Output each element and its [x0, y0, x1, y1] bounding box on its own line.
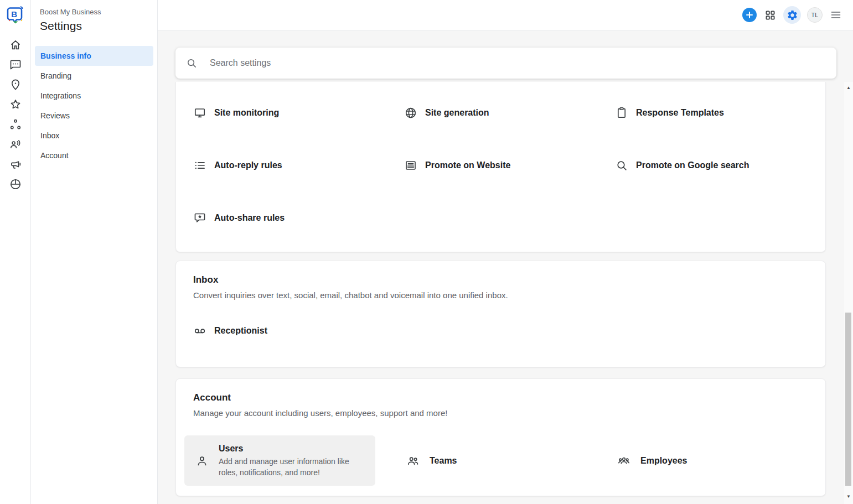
app-logo[interactable]: B — [6, 5, 25, 26]
sidebar-item-branding[interactable]: Branding — [35, 66, 153, 86]
rail-chat-button[interactable] — [9, 58, 22, 71]
item-auto-share-rules[interactable]: Auto-share rules — [184, 191, 395, 244]
tile-title: Employees — [640, 456, 687, 466]
account-card: Account Manage your account including us… — [175, 378, 826, 496]
settings-sidebar: Boost My Business Settings Business info… — [31, 0, 158, 504]
menu-button[interactable] — [829, 8, 843, 22]
search-icon — [615, 159, 628, 172]
item-label: Receptionist — [214, 326, 267, 336]
item-site-monitoring[interactable]: Site monitoring — [184, 86, 395, 139]
workspaces-icon — [9, 118, 22, 131]
tile-title: Teams — [430, 456, 457, 466]
clipboard-icon — [615, 106, 628, 119]
scroll-down-arrow[interactable]: ▼ — [844, 492, 853, 501]
star-icon — [9, 98, 22, 111]
hamburger-icon — [829, 8, 842, 22]
globe-icon — [404, 106, 417, 119]
sidebar-item-inbox[interactable]: Inbox — [35, 126, 153, 146]
settings-nav: Business info Branding Integrations Revi… — [35, 46, 153, 165]
item-label: Auto-reply rules — [214, 160, 282, 170]
main-panel: TL Site monitoring Site g — [158, 0, 853, 504]
page-title: Settings — [40, 19, 153, 33]
search-input[interactable] — [210, 58, 826, 68]
settings-button[interactable] — [783, 6, 801, 24]
bulleted-list-icon — [193, 159, 206, 172]
home-icon — [9, 38, 22, 51]
megaphone-icon — [9, 158, 22, 171]
item-promote-on-website[interactable]: Promote on Website — [395, 139, 606, 191]
item-label: Promote on Website — [425, 160, 510, 170]
inbox-card: Inbox Convert inquiries over text, socia… — [175, 261, 826, 367]
tile-description: Add and manage user information like rol… — [219, 456, 361, 478]
apps-grid-button[interactable] — [763, 8, 777, 22]
rail-workspaces-button[interactable] — [9, 118, 22, 131]
sidebar-item-integrations[interactable]: Integrations — [35, 86, 153, 106]
rail-campaign-button[interactable] — [9, 158, 22, 171]
apps-grid-icon — [764, 9, 777, 22]
icon-rail: B — [0, 0, 31, 504]
chat-star-icon — [193, 211, 206, 225]
people-icon — [406, 454, 420, 467]
rail-voice-support-button[interactable] — [9, 138, 22, 151]
item-employees[interactable]: Employees — [606, 435, 797, 486]
sidebar-item-account[interactable]: Account — [35, 146, 153, 165]
item-label: Site monitoring — [214, 108, 279, 118]
item-promote-on-google-search[interactable]: Promote on Google search — [606, 139, 817, 191]
webpage-icon — [404, 159, 417, 172]
item-site-generation[interactable]: Site generation — [395, 86, 606, 139]
sidebar-item-reviews[interactable]: Reviews — [35, 106, 153, 126]
svg-text:B: B — [11, 9, 17, 19]
groups-icon — [617, 454, 630, 467]
brand-name: Boost My Business — [40, 8, 153, 16]
item-label: Promote on Google search — [636, 160, 749, 170]
settings-content: Site monitoring Site generation Response… — [158, 82, 844, 504]
voicemail-icon — [193, 324, 206, 337]
section-title: Account — [193, 392, 817, 403]
tile-title: Users — [219, 444, 361, 454]
pie-chart-icon — [9, 178, 22, 191]
rail-home-button[interactable] — [9, 38, 22, 51]
scroll-thumb[interactable] — [845, 313, 851, 486]
section-description: Manage your account including users, emp… — [193, 408, 817, 418]
item-response-templates[interactable]: Response Templates — [606, 86, 817, 139]
item-receptionist[interactable]: Receptionist — [184, 304, 395, 357]
vertical-scrollbar[interactable]: ▲ ▼ — [844, 82, 853, 504]
item-label: Site generation — [425, 108, 489, 118]
section-title: Inbox — [193, 274, 817, 285]
voice-support-icon — [9, 138, 22, 151]
item-teams[interactable]: Teams — [395, 435, 586, 486]
monitor-icon — [193, 106, 206, 119]
search-icon — [185, 57, 198, 69]
avatar[interactable]: TL — [807, 7, 823, 23]
search-bar — [175, 48, 836, 79]
rail-location-button[interactable] — [9, 78, 22, 91]
item-label: Response Templates — [636, 108, 724, 118]
sidebar-item-business-info[interactable]: Business info — [35, 46, 153, 66]
gear-icon — [787, 9, 798, 21]
item-label: Auto-share rules — [214, 213, 285, 223]
plus-circle-icon — [742, 8, 757, 22]
section-description: Convert inquiries over text, social, ema… — [193, 290, 817, 300]
person-icon — [195, 454, 209, 467]
item-users[interactable]: Users Add and manage user information li… — [184, 435, 375, 486]
rail-reviews-button[interactable] — [9, 98, 22, 111]
location-pin-icon — [9, 78, 22, 91]
site-tools-card: Site monitoring Site generation Response… — [175, 82, 826, 252]
scroll-up-arrow[interactable]: ▲ — [844, 83, 853, 92]
top-bar: TL — [158, 0, 853, 30]
chat-icon — [9, 58, 22, 71]
add-button[interactable] — [742, 8, 757, 22]
rail-analytics-button[interactable] — [9, 178, 22, 191]
item-auto-reply-rules[interactable]: Auto-reply rules — [184, 139, 395, 191]
